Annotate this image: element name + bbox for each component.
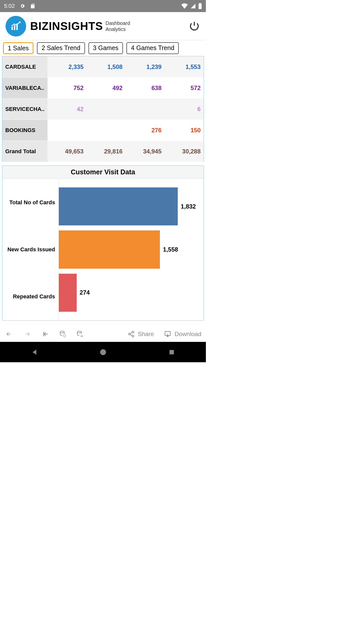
svg-rect-7 — [169, 350, 174, 354]
share-label: Share — [138, 331, 154, 338]
nav-forward-icon[interactable] — [23, 331, 32, 337]
nav-home-button[interactable] — [99, 348, 108, 357]
settings-icon — [19, 3, 25, 9]
bar-value-label: 1,832 — [181, 203, 196, 210]
chart-category-label: New Cards Issued — [2, 226, 59, 273]
row-label: BOOKINGS — [2, 120, 48, 141]
cell-value: 49,653 — [48, 141, 86, 162]
cell-value — [125, 99, 164, 120]
brand-sub1: Dashboard — [106, 20, 130, 26]
cell-value: 29,816 — [86, 141, 125, 162]
cell-value: 6 — [165, 99, 204, 120]
brand-sub2: Analytics — [106, 26, 130, 32]
db-pause-icon[interactable] — [76, 330, 83, 338]
bar — [59, 274, 77, 312]
db-refresh-icon[interactable] — [59, 330, 66, 338]
bar-row: 274 — [59, 271, 204, 314]
bar — [59, 230, 160, 268]
cell-value: 30,288 — [165, 141, 204, 162]
svg-point-1 — [77, 331, 81, 333]
tab-sales[interactable]: 1 Sales — [3, 42, 33, 54]
tab-games[interactable]: 3 Games — [88, 42, 123, 54]
sd-card-icon — [30, 3, 35, 9]
bar-row: 1,558 — [59, 228, 204, 271]
android-nav-bar — [0, 342, 206, 362]
bar-row: 1,832 — [59, 185, 204, 228]
table-row: VARIABLECA..752492638572 — [2, 77, 204, 99]
cell-value: 276 — [125, 120, 164, 141]
row-label: CARDSALE — [2, 56, 48, 77]
cell-value: 492 — [86, 77, 125, 99]
cell-value: 2,335 — [48, 56, 86, 77]
download-button[interactable]: Download — [164, 331, 201, 338]
app-header: BIZINSIGHTS Dashboard Analytics — [0, 12, 206, 40]
nav-back-button[interactable] — [30, 348, 39, 357]
chart-category-label: Total No of Cards — [2, 179, 59, 226]
brand: BIZINSIGHTS Dashboard Analytics — [6, 16, 130, 36]
brand-name: BIZINSIGHTS — [30, 20, 103, 32]
download-label: Download — [174, 331, 201, 338]
table-row: Grand Total49,65329,81634,94530,288 — [2, 141, 204, 162]
chart-container: Customer Visit Data Total No of CardsNew… — [2, 166, 204, 320]
bar — [59, 187, 178, 225]
wifi-icon — [181, 3, 188, 9]
chart-category-label: Repeated Cards — [2, 273, 59, 320]
row-label: VARIABLECA.. — [2, 77, 48, 99]
bar-value-label: 1,558 — [163, 246, 178, 253]
cell-value: 1,508 — [86, 56, 125, 77]
power-button[interactable] — [188, 20, 200, 32]
brand-logo-icon — [6, 16, 26, 36]
tab-sales-trend[interactable]: 2 Sales Trend — [37, 42, 85, 54]
cell-value: 752 — [48, 77, 86, 99]
status-time: 5:02 — [4, 3, 15, 9]
cell-value: 42 — [48, 99, 86, 120]
svg-point-2 — [132, 331, 134, 333]
cell-value — [86, 99, 125, 120]
nav-first-icon[interactable] — [42, 331, 49, 338]
chart-title: Customer Visit Data — [2, 166, 204, 179]
svg-point-3 — [129, 333, 130, 335]
sales-table: CARDSALE2,3351,5081,2391,553VARIABLECA..… — [2, 56, 204, 162]
status-bar: 5:02 — [0, 0, 206, 12]
bottom-toolbar: Share Download — [0, 326, 206, 342]
svg-point-6 — [100, 349, 106, 355]
cell-value: 1,239 — [125, 56, 164, 77]
nav-back-icon[interactable] — [5, 331, 13, 337]
table-row: CARDSALE2,3351,5081,2391,553 — [2, 56, 204, 77]
bar-value-label: 274 — [80, 289, 90, 296]
signal-icon — [190, 3, 196, 9]
table-row: BOOKINGS276150 — [2, 120, 204, 141]
cell-value: 1,553 — [165, 56, 204, 77]
nav-recent-button[interactable] — [167, 348, 176, 357]
row-label: SERVICECHA.. — [2, 99, 48, 120]
tabs-row: 1 Sales 2 Sales Trend 3 Games 4 Games Tr… — [0, 40, 206, 56]
battery-icon — [198, 3, 202, 9]
cell-value: 150 — [165, 120, 204, 141]
cell-value: 34,945 — [125, 141, 164, 162]
table-row: SERVICECHA..426 — [2, 99, 204, 120]
svg-point-0 — [60, 331, 64, 333]
row-label: Grand Total — [2, 141, 48, 162]
tab-games-trend[interactable]: 4 Games Trend — [126, 42, 179, 54]
cell-value: 572 — [165, 77, 204, 99]
svg-point-4 — [132, 335, 134, 337]
cell-value — [86, 120, 125, 141]
cell-value: 638 — [125, 77, 164, 99]
share-button[interactable]: Share — [128, 331, 154, 338]
cell-value — [48, 120, 86, 141]
